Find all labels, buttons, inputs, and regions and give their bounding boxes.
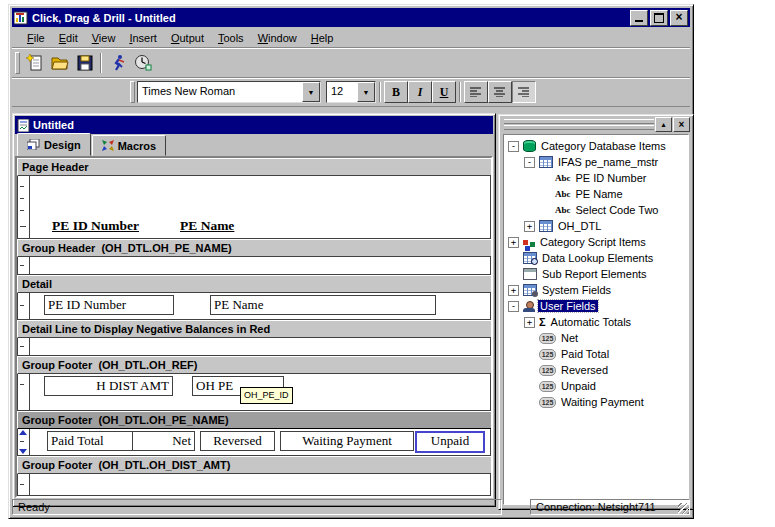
report-title-bar[interactable]: Untitled	[15, 116, 493, 134]
tree-item-data-lookup-elements[interactable]: Data Lookup Elements	[504, 250, 688, 266]
menu-window[interactable]: Window	[251, 30, 304, 46]
tree-item-ifas-pe-name-mstr[interactable]: - IFAS pe_name_mstr	[504, 154, 688, 170]
expand-icon[interactable]: +	[524, 221, 535, 232]
footer-field-net[interactable]: Net	[132, 431, 195, 451]
open-folder-icon	[51, 55, 69, 71]
tree-item-select-code-two[interactable]: Abc Select Code Two	[504, 202, 688, 218]
tree-item-unpaid[interactable]: 125 Unpaid	[504, 378, 688, 394]
band-header-detail-negative[interactable]: Detail Line to Display Negative Balances…	[17, 320, 491, 338]
detail-field-pe-name[interactable]: PE Name	[210, 295, 436, 315]
tree-item-pe-id-number[interactable]: Abc PE ID Number	[504, 170, 688, 186]
font-name-dropdown-button[interactable]: ▼	[302, 82, 320, 102]
open-report-button[interactable]	[47, 51, 72, 75]
footer-field-paid-total[interactable]: Paid Total	[47, 431, 135, 451]
tab-macros[interactable]: Macros	[92, 135, 167, 156]
band-content-detail[interactable]: PE ID Number PE Name	[17, 293, 491, 320]
maximize-button[interactable]	[650, 10, 668, 26]
align-right-button[interactable]	[512, 81, 536, 103]
ruler-tick	[20, 186, 24, 187]
band-header-group-footer-pe-name[interactable]: Group Footer (OH_DTL.OH_PE_NAME)	[17, 411, 491, 429]
expand-icon[interactable]: +	[508, 237, 519, 248]
collapse-icon[interactable]: -	[524, 157, 535, 168]
tab-design[interactable]: Design	[17, 133, 91, 156]
palette-minimize-button[interactable]: ▴	[655, 117, 672, 132]
tree-item-oh-dtl[interactable]: + OH_DTL	[504, 218, 688, 234]
font-size-combo[interactable]: 12 ▼	[326, 81, 376, 103]
group-footer-pe-name-ruler[interactable]	[18, 429, 30, 455]
page-header-ruler[interactable]	[18, 176, 30, 238]
band-header-group-footer-dist-amt[interactable]: Group Footer (OH_DTL.OH_DIST_AMT)	[17, 456, 491, 474]
band-resize-down-icon[interactable]	[19, 449, 27, 454]
band-content-page-header[interactable]: PE ID Number PE Name	[17, 176, 491, 239]
band-content-group-footer-ref[interactable]: H DIST AMT OH PE OH_PE_ID	[17, 374, 491, 411]
page-header-field-pe-id-number[interactable]: PE ID Number	[52, 218, 139, 234]
footer-field-unpaid[interactable]: Unpaid	[415, 431, 485, 453]
menu-view[interactable]: View	[85, 30, 123, 46]
font-name-combo[interactable]: Times New Roman ▼	[137, 81, 321, 103]
page-header-field-pe-name[interactable]: PE Name	[180, 218, 234, 234]
save-report-button[interactable]	[72, 51, 97, 75]
detail-negative-ruler[interactable]	[18, 338, 30, 355]
menu-help[interactable]: Help	[304, 30, 341, 46]
toolbar-grip[interactable]	[15, 52, 20, 74]
footer-field-waiting-payment[interactable]: Waiting Payment	[280, 431, 414, 451]
tree-item-user-fields[interactable]: - User Fields	[504, 298, 688, 314]
tree-item-category-script-items[interactable]: + Category Script Items	[504, 234, 688, 250]
expand-icon[interactable]: +	[508, 285, 519, 296]
collapse-icon[interactable]: -	[508, 301, 519, 312]
field-palette: ▴ × - Category Database Items - IFAS pe_…	[498, 114, 694, 510]
detail-field-pe-id-number[interactable]: PE ID Number	[44, 295, 174, 315]
menu-edit[interactable]: Edit	[52, 30, 85, 46]
align-left-button[interactable]	[464, 81, 488, 103]
tree-item-system-fields[interactable]: + System Fields	[504, 282, 688, 298]
band-resize-up-icon[interactable]	[19, 430, 27, 435]
new-report-button[interactable]	[22, 51, 47, 75]
minimize-icon	[635, 20, 643, 22]
bold-button[interactable]: B	[384, 81, 408, 103]
expand-icon[interactable]: +	[524, 317, 535, 328]
band-header-detail[interactable]: Detail	[17, 275, 491, 293]
minimize-button[interactable]	[630, 10, 648, 26]
tab-macros-label: Macros	[118, 140, 157, 152]
tree-item-reversed[interactable]: 125 Reversed	[504, 362, 688, 378]
tree-item-category-database-items[interactable]: - Category Database Items	[504, 138, 688, 154]
menu-insert[interactable]: Insert	[122, 30, 164, 46]
band-content-group-header-pe-name[interactable]	[17, 257, 491, 275]
title-bar[interactable]: Click, Drag & Drill - Untitled ×	[12, 8, 690, 27]
align-center-button[interactable]	[488, 81, 512, 103]
schedule-report-button[interactable]	[130, 51, 155, 75]
menu-output[interactable]: Output	[164, 30, 211, 46]
tree-item-pe-name[interactable]: Abc PE Name	[504, 186, 688, 202]
band-header-group-footer-ref[interactable]: Group Footer (OH_DTL.OH_REF)	[17, 356, 491, 374]
group-footer-dist-amt-ruler[interactable]	[18, 474, 30, 495]
number-field-icon: 125	[539, 397, 556, 408]
collapse-icon[interactable]: -	[508, 141, 519, 152]
italic-button[interactable]: I	[408, 81, 432, 103]
footer-ref-field-dist-amt[interactable]: H DIST AMT	[44, 376, 173, 396]
run-report-button[interactable]	[105, 51, 130, 75]
menu-file[interactable]: File	[20, 30, 52, 46]
detail-ruler[interactable]	[18, 293, 30, 319]
underline-button[interactable]: U	[432, 81, 456, 103]
band-header-group-header-pe-name[interactable]: Group Header (OH_DTL.OH_PE_NAME)	[17, 239, 491, 257]
user-fields-icon	[523, 301, 535, 312]
band-content-group-footer-dist-amt[interactable]	[17, 474, 491, 496]
resize-grip[interactable]	[678, 503, 689, 514]
font-size-dropdown-button[interactable]: ▼	[357, 82, 375, 102]
group-header-ruler[interactable]	[18, 257, 30, 274]
close-button[interactable]: ×	[670, 10, 688, 26]
band-header-page-header[interactable]: Page Header	[17, 158, 491, 176]
tree-item-waiting-payment[interactable]: 125 Waiting Payment	[504, 394, 688, 410]
palette-close-button[interactable]: ×	[673, 117, 690, 132]
format-toolbar-grip[interactable]	[130, 81, 135, 103]
band-content-group-footer-pe-name[interactable]: Paid Total Net Reversed Waiting Payment …	[17, 429, 491, 456]
palette-grip[interactable]: ▴ ×	[501, 117, 691, 132]
menu-tools[interactable]: Tools	[211, 30, 251, 46]
group-footer-ref-ruler[interactable]	[18, 374, 30, 410]
footer-field-reversed[interactable]: Reversed	[200, 431, 275, 451]
tree-item-automatic-totals[interactable]: + Σ Automatic Totals	[504, 314, 688, 330]
band-content-detail-negative[interactable]	[17, 338, 491, 356]
tree-item-paid-total[interactable]: 125 Paid Total	[504, 346, 688, 362]
tree-item-sub-report-elements[interactable]: Sub Report Elements	[504, 266, 688, 282]
tree-item-net[interactable]: 125 Net	[504, 330, 688, 346]
